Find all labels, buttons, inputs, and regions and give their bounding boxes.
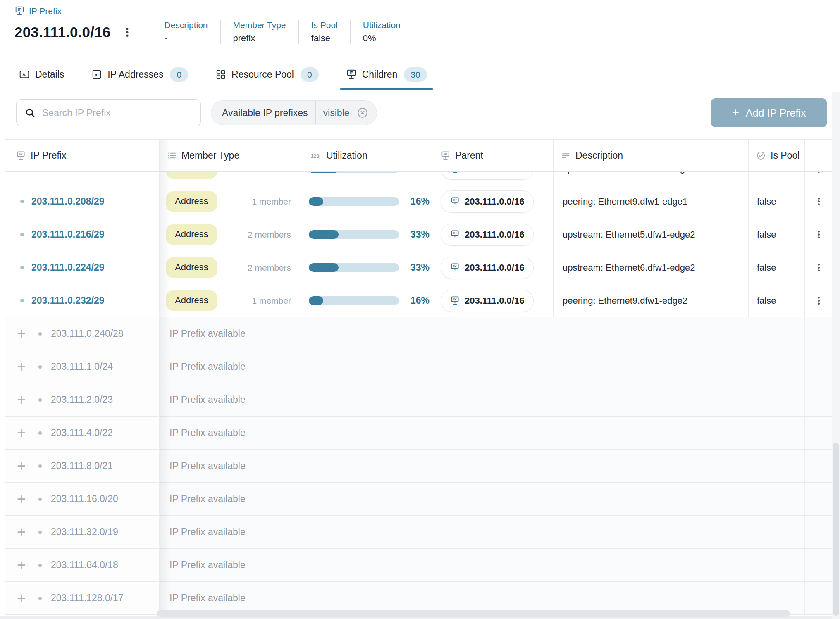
parent-link[interactable]: 203.111.0.0/16 xyxy=(441,172,534,180)
prefix-bullet xyxy=(38,597,42,600)
available-actions-cell xyxy=(805,516,832,548)
column-header-description[interactable]: Description xyxy=(554,140,749,171)
vertical-scrollbar[interactable] xyxy=(832,92,840,619)
children-table: IP Prefix Member Type 123 Utilization Pa… xyxy=(5,139,832,615)
expand-icon[interactable]: + xyxy=(17,359,31,374)
available-note: IP Prefix available xyxy=(169,460,246,471)
row-actions-button[interactable] xyxy=(811,194,826,209)
column-header-actions xyxy=(805,140,832,171)
description-text: upstream: Ethernet6.dfw1-edge2 xyxy=(563,262,695,273)
add-ip-prefix-button[interactable]: + Add IP Prefix xyxy=(711,98,827,127)
table-row: 203.111.0.200/29 Address 2 members 33% 2… xyxy=(5,172,832,185)
expand-icon[interactable]: + xyxy=(17,525,31,540)
grid-icon xyxy=(215,69,226,80)
expand-icon[interactable]: + xyxy=(17,558,31,573)
utilization-value: 16% xyxy=(404,295,430,306)
remove-filter-icon[interactable] xyxy=(357,107,368,119)
prefix-link[interactable]: 203.111.0.224/29 xyxy=(31,262,105,273)
tab-label: Resource Pool xyxy=(231,69,294,80)
tab-count-badge: 0 xyxy=(170,67,188,82)
tab-label: Details xyxy=(35,69,64,80)
row-actions-button[interactable] xyxy=(811,260,826,275)
svg-text:IP: IP xyxy=(95,72,99,77)
available-actions-cell xyxy=(805,549,832,581)
prefix-bullet xyxy=(38,531,42,534)
tab-resource-pool[interactable]: Resource Pool 0 xyxy=(215,59,319,90)
parent-link[interactable]: 203.111.0.0/16 xyxy=(441,224,534,246)
members-count: 2 members xyxy=(248,172,291,174)
id-card-icon: A: xyxy=(19,69,30,80)
number-123-icon: 123 xyxy=(309,152,321,160)
tab-count-badge: 30 xyxy=(404,67,427,82)
available-note: IP Prefix available xyxy=(169,361,246,372)
column-header-parent[interactable]: Parent xyxy=(433,140,554,171)
utilization-value: 33% xyxy=(404,229,430,240)
expand-icon[interactable]: + xyxy=(17,326,31,341)
meta-is-pool: Is Pool false xyxy=(298,20,350,44)
parent-prefix: 203.111.0.0/16 xyxy=(465,229,524,240)
parent-link[interactable]: 203.111.0.0/16 xyxy=(441,190,534,213)
row-actions-button[interactable] xyxy=(811,293,826,308)
expand-icon[interactable]: + xyxy=(17,591,31,606)
available-actions-cell xyxy=(805,317,832,350)
filter-chip[interactable]: Available IP prefixes visible xyxy=(211,100,377,125)
member-type-badge: Address xyxy=(166,224,217,244)
tab-ip-addresses[interactable]: IP IP Addresses 0 xyxy=(91,59,188,90)
network-icon xyxy=(16,151,26,160)
utilization-bar xyxy=(309,172,399,173)
prefix-link[interactable]: 203.111.0.216/29 xyxy=(31,229,105,240)
available-actions-cell xyxy=(805,483,832,515)
tab-details[interactable]: A: Details xyxy=(19,59,64,90)
column-header-utilization[interactable]: 123 Utilization xyxy=(301,140,433,171)
available-prefix: 203.111.16.0/20 xyxy=(51,493,118,505)
available-prefix: 203.111.8.0/21 xyxy=(51,460,113,471)
table-row: 203.111.0.232/29 Address 1 member 16% 20… xyxy=(5,284,832,317)
row-actions-button[interactable] xyxy=(811,172,826,176)
available-prefix: 203.111.4.0/22 xyxy=(51,427,113,438)
column-header-is-pool[interactable]: Is Pool xyxy=(749,140,805,171)
table-body: 203.111.0.200/29 Address 2 members 33% 2… xyxy=(5,172,832,615)
row-actions-button[interactable] xyxy=(811,227,826,242)
prefix-bullet xyxy=(38,332,42,336)
prefix-bullet xyxy=(38,365,42,369)
prefix-link[interactable]: 203.111.0.232/29 xyxy=(31,295,105,306)
table-row-available: + 203.111.4.0/22 IP Prefix available xyxy=(5,417,832,450)
utilization-fill xyxy=(309,197,323,206)
tab-label: IP Addresses xyxy=(107,69,163,80)
network-icon xyxy=(450,263,460,272)
search-box[interactable] xyxy=(16,99,201,126)
prefix-link[interactable]: 203.111.0.208/29 xyxy=(31,196,105,207)
is-pool-value: false xyxy=(757,172,776,174)
horizontal-scrollbar-thumb[interactable] xyxy=(157,610,790,617)
column-header-member-type[interactable]: Member Type xyxy=(160,140,301,171)
network-icon xyxy=(441,151,450,160)
description-text: upstream: Ethernet6.dfw1-edge1 xyxy=(563,172,695,174)
table-row-available: + 203.111.64.0/18 IP Prefix available xyxy=(5,549,832,582)
prefix-bullet xyxy=(38,398,42,402)
prefix-link[interactable]: 203.111.0.200/29 xyxy=(31,172,105,174)
utilization-value: 16% xyxy=(404,196,430,207)
vertical-scrollbar-thumb[interactable] xyxy=(833,443,839,616)
tab-children[interactable]: Children 30 xyxy=(346,59,427,90)
column-header-ip-prefix[interactable]: IP Prefix xyxy=(5,140,160,171)
breadcrumb[interactable]: IP Prefix xyxy=(14,6,823,16)
search-input[interactable] xyxy=(41,107,192,119)
network-icon xyxy=(450,172,460,174)
expand-icon[interactable]: + xyxy=(17,426,31,440)
parent-link[interactable]: 203.111.0.0/16 xyxy=(441,257,534,279)
expand-icon[interactable]: + xyxy=(17,459,31,474)
available-actions-cell xyxy=(805,417,832,449)
available-prefix: 203.111.64.0/18 xyxy=(51,559,118,571)
available-actions-cell xyxy=(805,383,832,416)
prefix-bullet xyxy=(20,266,24,269)
parent-link[interactable]: 203.111.0.0/16 xyxy=(441,290,534,312)
search-icon xyxy=(25,107,36,118)
member-type-badge: Address xyxy=(166,290,217,310)
members-count: 2 members xyxy=(248,263,291,273)
expand-icon[interactable]: + xyxy=(17,492,31,507)
filter-chip-label: Available IP prefixes xyxy=(222,107,308,119)
expand-icon[interactable]: + xyxy=(17,393,31,407)
add-button-label: Add IP Prefix xyxy=(746,107,806,119)
meta-utilization: Utilization 0% xyxy=(350,20,413,44)
title-menu-button[interactable] xyxy=(120,25,135,40)
